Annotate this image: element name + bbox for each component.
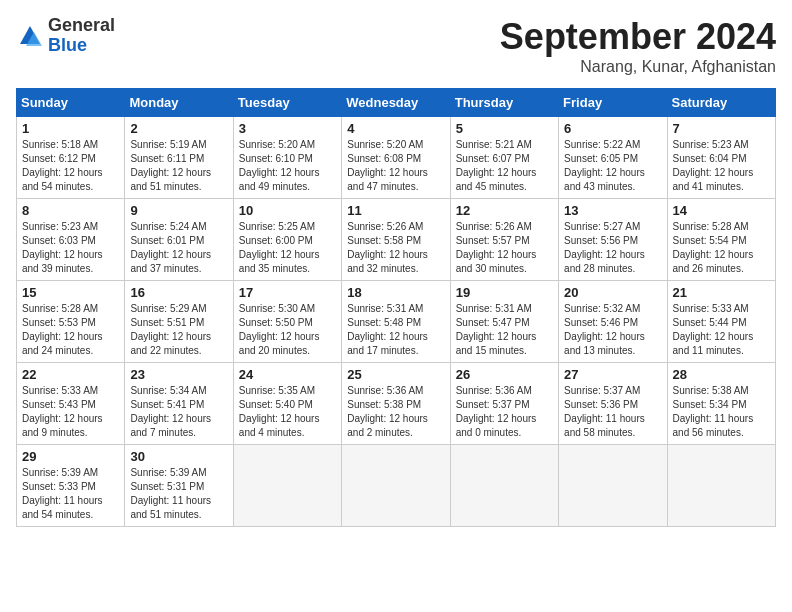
calendar-day-cell: 30Sunrise: 5:39 AMSunset: 5:31 PMDayligh… bbox=[125, 445, 233, 527]
day-number: 5 bbox=[456, 121, 553, 136]
logo-icon bbox=[16, 22, 44, 50]
logo-text: General Blue bbox=[48, 16, 115, 56]
day-info: Sunrise: 5:22 AMSunset: 6:05 PMDaylight:… bbox=[564, 138, 661, 194]
calendar-day-cell: 18Sunrise: 5:31 AMSunset: 5:48 PMDayligh… bbox=[342, 281, 450, 363]
calendar-week-row: 15Sunrise: 5:28 AMSunset: 5:53 PMDayligh… bbox=[17, 281, 776, 363]
calendar-day-cell bbox=[342, 445, 450, 527]
day-info: Sunrise: 5:23 AMSunset: 6:03 PMDaylight:… bbox=[22, 220, 119, 276]
calendar-week-row: 29Sunrise: 5:39 AMSunset: 5:33 PMDayligh… bbox=[17, 445, 776, 527]
day-number: 13 bbox=[564, 203, 661, 218]
day-info: Sunrise: 5:39 AMSunset: 5:31 PMDaylight:… bbox=[130, 466, 227, 522]
calendar-day-cell: 3Sunrise: 5:20 AMSunset: 6:10 PMDaylight… bbox=[233, 117, 341, 199]
location: Narang, Kunar, Afghanistan bbox=[500, 58, 776, 76]
calendar-day-cell: 7Sunrise: 5:23 AMSunset: 6:04 PMDaylight… bbox=[667, 117, 775, 199]
weekday-header: Wednesday bbox=[342, 89, 450, 117]
logo-general: General bbox=[48, 15, 115, 35]
day-number: 10 bbox=[239, 203, 336, 218]
calendar-week-row: 8Sunrise: 5:23 AMSunset: 6:03 PMDaylight… bbox=[17, 199, 776, 281]
day-info: Sunrise: 5:36 AMSunset: 5:37 PMDaylight:… bbox=[456, 384, 553, 440]
calendar-day-cell: 6Sunrise: 5:22 AMSunset: 6:05 PMDaylight… bbox=[559, 117, 667, 199]
calendar-day-cell: 29Sunrise: 5:39 AMSunset: 5:33 PMDayligh… bbox=[17, 445, 125, 527]
weekday-header-row: SundayMondayTuesdayWednesdayThursdayFrid… bbox=[17, 89, 776, 117]
day-number: 20 bbox=[564, 285, 661, 300]
calendar-day-cell: 23Sunrise: 5:34 AMSunset: 5:41 PMDayligh… bbox=[125, 363, 233, 445]
calendar-day-cell: 27Sunrise: 5:37 AMSunset: 5:36 PMDayligh… bbox=[559, 363, 667, 445]
day-info: Sunrise: 5:33 AMSunset: 5:43 PMDaylight:… bbox=[22, 384, 119, 440]
calendar-day-cell: 8Sunrise: 5:23 AMSunset: 6:03 PMDaylight… bbox=[17, 199, 125, 281]
calendar-week-row: 22Sunrise: 5:33 AMSunset: 5:43 PMDayligh… bbox=[17, 363, 776, 445]
calendar-week-row: 1Sunrise: 5:18 AMSunset: 6:12 PMDaylight… bbox=[17, 117, 776, 199]
calendar-table: SundayMondayTuesdayWednesdayThursdayFrid… bbox=[16, 88, 776, 527]
calendar-day-cell bbox=[667, 445, 775, 527]
calendar-day-cell bbox=[233, 445, 341, 527]
weekday-header: Tuesday bbox=[233, 89, 341, 117]
logo: General Blue bbox=[16, 16, 115, 56]
weekday-header: Thursday bbox=[450, 89, 558, 117]
day-number: 9 bbox=[130, 203, 227, 218]
day-info: Sunrise: 5:19 AMSunset: 6:11 PMDaylight:… bbox=[130, 138, 227, 194]
calendar-day-cell: 9Sunrise: 5:24 AMSunset: 6:01 PMDaylight… bbox=[125, 199, 233, 281]
day-number: 25 bbox=[347, 367, 444, 382]
day-number: 11 bbox=[347, 203, 444, 218]
day-number: 3 bbox=[239, 121, 336, 136]
day-number: 21 bbox=[673, 285, 770, 300]
day-info: Sunrise: 5:35 AMSunset: 5:40 PMDaylight:… bbox=[239, 384, 336, 440]
calendar-day-cell: 25Sunrise: 5:36 AMSunset: 5:38 PMDayligh… bbox=[342, 363, 450, 445]
calendar-day-cell: 16Sunrise: 5:29 AMSunset: 5:51 PMDayligh… bbox=[125, 281, 233, 363]
day-number: 29 bbox=[22, 449, 119, 464]
calendar-day-cell: 13Sunrise: 5:27 AMSunset: 5:56 PMDayligh… bbox=[559, 199, 667, 281]
day-info: Sunrise: 5:26 AMSunset: 5:57 PMDaylight:… bbox=[456, 220, 553, 276]
page-header: General Blue September 2024 Narang, Kuna… bbox=[16, 16, 776, 76]
calendar-day-cell: 15Sunrise: 5:28 AMSunset: 5:53 PMDayligh… bbox=[17, 281, 125, 363]
day-info: Sunrise: 5:21 AMSunset: 6:07 PMDaylight:… bbox=[456, 138, 553, 194]
day-info: Sunrise: 5:24 AMSunset: 6:01 PMDaylight:… bbox=[130, 220, 227, 276]
day-info: Sunrise: 5:32 AMSunset: 5:46 PMDaylight:… bbox=[564, 302, 661, 358]
day-info: Sunrise: 5:20 AMSunset: 6:08 PMDaylight:… bbox=[347, 138, 444, 194]
calendar-day-cell: 1Sunrise: 5:18 AMSunset: 6:12 PMDaylight… bbox=[17, 117, 125, 199]
day-number: 19 bbox=[456, 285, 553, 300]
day-info: Sunrise: 5:34 AMSunset: 5:41 PMDaylight:… bbox=[130, 384, 227, 440]
weekday-header: Sunday bbox=[17, 89, 125, 117]
day-info: Sunrise: 5:30 AMSunset: 5:50 PMDaylight:… bbox=[239, 302, 336, 358]
logo-blue: Blue bbox=[48, 35, 87, 55]
day-number: 14 bbox=[673, 203, 770, 218]
day-number: 17 bbox=[239, 285, 336, 300]
calendar-day-cell: 10Sunrise: 5:25 AMSunset: 6:00 PMDayligh… bbox=[233, 199, 341, 281]
day-info: Sunrise: 5:26 AMSunset: 5:58 PMDaylight:… bbox=[347, 220, 444, 276]
calendar-day-cell: 4Sunrise: 5:20 AMSunset: 6:08 PMDaylight… bbox=[342, 117, 450, 199]
day-number: 6 bbox=[564, 121, 661, 136]
day-number: 4 bbox=[347, 121, 444, 136]
day-info: Sunrise: 5:39 AMSunset: 5:33 PMDaylight:… bbox=[22, 466, 119, 522]
day-number: 22 bbox=[22, 367, 119, 382]
day-info: Sunrise: 5:25 AMSunset: 6:00 PMDaylight:… bbox=[239, 220, 336, 276]
day-number: 8 bbox=[22, 203, 119, 218]
calendar-day-cell: 26Sunrise: 5:36 AMSunset: 5:37 PMDayligh… bbox=[450, 363, 558, 445]
calendar-day-cell: 20Sunrise: 5:32 AMSunset: 5:46 PMDayligh… bbox=[559, 281, 667, 363]
day-number: 7 bbox=[673, 121, 770, 136]
calendar-day-cell: 19Sunrise: 5:31 AMSunset: 5:47 PMDayligh… bbox=[450, 281, 558, 363]
day-info: Sunrise: 5:37 AMSunset: 5:36 PMDaylight:… bbox=[564, 384, 661, 440]
day-number: 16 bbox=[130, 285, 227, 300]
day-number: 26 bbox=[456, 367, 553, 382]
day-number: 24 bbox=[239, 367, 336, 382]
calendar-day-cell: 12Sunrise: 5:26 AMSunset: 5:57 PMDayligh… bbox=[450, 199, 558, 281]
day-number: 23 bbox=[130, 367, 227, 382]
day-info: Sunrise: 5:23 AMSunset: 6:04 PMDaylight:… bbox=[673, 138, 770, 194]
weekday-header: Saturday bbox=[667, 89, 775, 117]
day-number: 1 bbox=[22, 121, 119, 136]
day-number: 27 bbox=[564, 367, 661, 382]
day-number: 30 bbox=[130, 449, 227, 464]
day-info: Sunrise: 5:36 AMSunset: 5:38 PMDaylight:… bbox=[347, 384, 444, 440]
day-number: 15 bbox=[22, 285, 119, 300]
day-info: Sunrise: 5:28 AMSunset: 5:53 PMDaylight:… bbox=[22, 302, 119, 358]
calendar-day-cell: 5Sunrise: 5:21 AMSunset: 6:07 PMDaylight… bbox=[450, 117, 558, 199]
calendar-day-cell bbox=[559, 445, 667, 527]
day-info: Sunrise: 5:31 AMSunset: 5:48 PMDaylight:… bbox=[347, 302, 444, 358]
calendar-day-cell: 24Sunrise: 5:35 AMSunset: 5:40 PMDayligh… bbox=[233, 363, 341, 445]
day-number: 18 bbox=[347, 285, 444, 300]
day-info: Sunrise: 5:38 AMSunset: 5:34 PMDaylight:… bbox=[673, 384, 770, 440]
calendar-day-cell: 11Sunrise: 5:26 AMSunset: 5:58 PMDayligh… bbox=[342, 199, 450, 281]
day-info: Sunrise: 5:18 AMSunset: 6:12 PMDaylight:… bbox=[22, 138, 119, 194]
month-year: September 2024 bbox=[500, 16, 776, 58]
day-info: Sunrise: 5:33 AMSunset: 5:44 PMDaylight:… bbox=[673, 302, 770, 358]
